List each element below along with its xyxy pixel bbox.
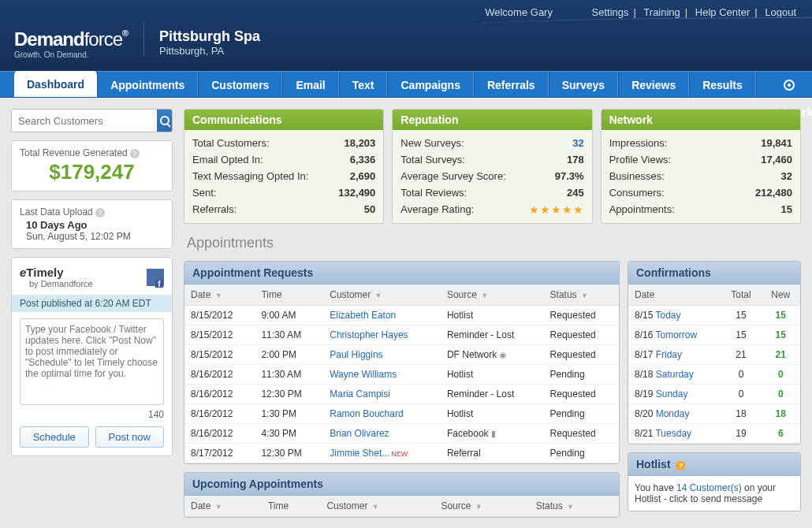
welcome-text: Welcome Gary (480, 6, 557, 18)
tab-referrals[interactable]: Referrals (474, 72, 549, 97)
search-button[interactable] (157, 110, 172, 132)
stat-net: NetworkImpressions:19,841Profile Views:1… (601, 109, 801, 224)
search-input[interactable] (12, 110, 157, 132)
table-row[interactable]: 8/16/201212:30 PMMaria CampisiReminder -… (184, 385, 619, 404)
hotlist-link[interactable]: 14 Customer(s) (676, 482, 742, 493)
tab-campaigns[interactable]: Campaigns (387, 72, 473, 97)
tab-network[interactable]: Network (756, 72, 812, 97)
postnow-button[interactable]: Post now (95, 426, 165, 448)
upload-when: 10 Days Ago (26, 219, 164, 231)
upload-card: Last Data Upload? 10 Days Ago Sun, Augus… (11, 199, 173, 249)
revenue-card: Total Revenue Generated? $179,247 (11, 140, 173, 191)
pin-icon (784, 80, 795, 91)
stats-row: CommunicationsTotal Customers:18,203Emai… (184, 109, 801, 224)
welcome-bar: Welcome Gary Settings| Training| Help Ce… (480, 6, 796, 18)
tab-customers[interactable]: Customers (198, 72, 282, 97)
tab-text[interactable]: Text (339, 72, 388, 97)
tab-dashboard[interactable]: Dashboard (14, 70, 97, 97)
main-nav: DashboardAppointmentsCustomersEmailTextC… (0, 71, 812, 98)
hotlist-body: You have 14 Customer(s) on your Hotlist … (628, 476, 800, 511)
timely-avatar (147, 269, 164, 286)
upcoming-table: Date ▼TimeCustomer ▼Source ▼Status ▼ (184, 496, 619, 517)
tab-surveys[interactable]: Surveys (549, 72, 618, 97)
search-box (11, 109, 173, 132)
tab-reviews[interactable]: Reviews (618, 72, 689, 97)
table-row[interactable]: 8/16 Tomorrow1515 (628, 325, 800, 345)
company-block: Pittsburgh Spa Pittsburgh, PA (159, 28, 260, 57)
tab-results[interactable]: Results (689, 72, 756, 97)
requests-table: Date ▼TimeCustomer ▼Source ▼Status ▼8/15… (184, 284, 619, 463)
revenue-label: Total Revenue Generated (20, 147, 128, 158)
company-location: Pittsburgh, PA (159, 45, 260, 57)
stat-comm: CommunicationsTotal Customers:18,203Emai… (184, 109, 384, 224)
appointments-title: Appointments (187, 235, 801, 251)
table-row[interactable]: 8/15/20129:00 AMElizabeth EatonHotlistRe… (184, 306, 619, 325)
table-row[interactable]: 8/15/201211:30 AMChristopher HayesRemind… (184, 325, 619, 345)
brand-logo: Demandforce® Growth. On Demand. (14, 28, 128, 59)
table-row[interactable]: 8/19 Sunday00 (628, 385, 800, 404)
search-icon (160, 116, 169, 125)
upcoming-panel: Upcoming Appointments Date ▼TimeCustomer… (184, 472, 620, 518)
timely-status: Post published at 6:20 AM EDT (12, 295, 172, 312)
table-row[interactable]: 8/16/20124:30 PMBrian OlivarezFacebook▮R… (184, 424, 619, 444)
table-row[interactable]: 8/17 Friday2121 (628, 345, 800, 365)
schedule-button[interactable]: Schedule (20, 426, 89, 448)
table-row[interactable]: 8/16/201211:30 AMWayne WilliamsHotlistPe… (184, 365, 619, 385)
top-header: Welcome Gary Settings| Training| Help Ce… (0, 0, 812, 71)
timely-textarea[interactable] (20, 318, 164, 405)
timely-card: eTimely by Demandforce Post published at… (11, 257, 173, 456)
table-row[interactable]: 8/16/20121:30 PMRamon BouchardHotlistPen… (184, 404, 619, 424)
help-icon[interactable]: ? (130, 149, 140, 158)
link-settings[interactable]: Settings (592, 6, 629, 18)
requests-panel: Appointment Requests Date ▼TimeCustomer … (184, 261, 620, 464)
link-training[interactable]: Training (643, 6, 680, 18)
help-icon[interactable]: ? (676, 461, 685, 470)
revenue-value: $179,247 (20, 160, 164, 184)
confirmations-panel: Confirmations DateTotalNew8/15 Today1515… (628, 261, 801, 444)
company-name: Pittsburgh Spa (159, 28, 260, 45)
upload-label: Last Data Upload (20, 206, 93, 218)
table-row[interactable]: 8/20 Monday1818 (628, 404, 800, 424)
help-icon[interactable]: ? (95, 208, 105, 218)
table-row[interactable]: 8/17/201212:30 PMJimmie Shet...NEWReferr… (184, 444, 619, 463)
table-row[interactable]: 8/21 Tuesday196 (628, 424, 800, 444)
upload-time: Sun, August 5, 12:02 PM (26, 231, 164, 242)
char-count: 140 (20, 409, 164, 420)
table-row[interactable]: 8/15 Today1515 (628, 306, 800, 325)
confirmations-table: DateTotalNew8/15 Today15158/16 Tomorrow1… (628, 284, 800, 444)
table-row[interactable]: 8/15/20122:00 PMPaul HigginsDF Network◉R… (184, 345, 619, 365)
tab-appointments[interactable]: Appointments (97, 72, 198, 97)
stat-rep: ReputationNew Surveys:32Total Surveys:17… (392, 109, 592, 224)
link-help[interactable]: Help Center (695, 6, 750, 18)
tab-email[interactable]: Email (282, 72, 338, 97)
link-logout[interactable]: Logout (765, 6, 796, 18)
hotlist-panel: Hotlist ? You have 14 Customer(s) on you… (628, 452, 801, 511)
table-row[interactable]: 8/18 Saturday00 (628, 365, 800, 385)
